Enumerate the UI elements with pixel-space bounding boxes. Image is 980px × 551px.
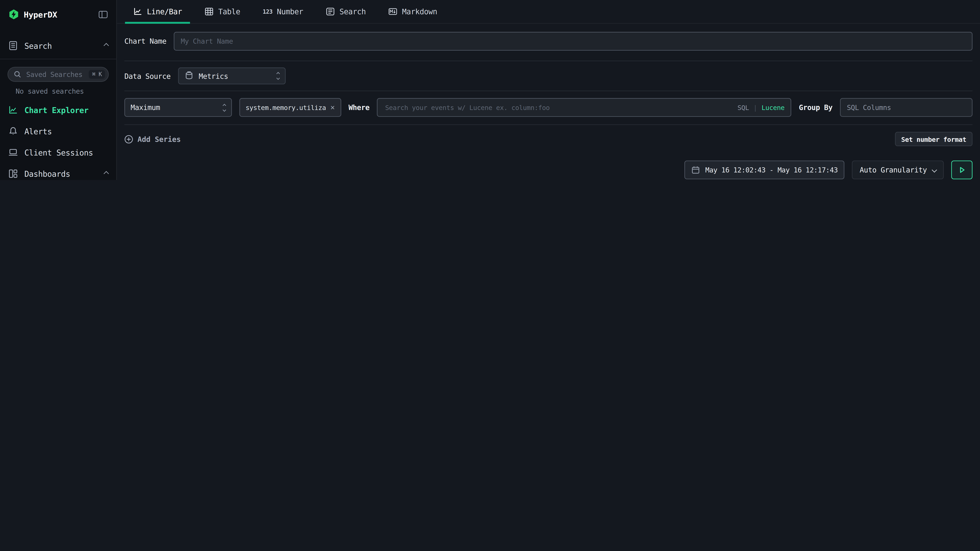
add-series-button[interactable]: Add Series xyxy=(124,135,181,143)
aggregation-value: Maximum xyxy=(130,103,160,112)
list-box-icon xyxy=(326,7,335,16)
date-range-input[interactable]: May 16 12:02:43 - May 16 12:17:43 xyxy=(684,160,845,179)
sidebar-item-label: Chart Explorer xyxy=(24,105,108,115)
aggregation-select[interactable]: Maximum xyxy=(124,98,232,117)
line-chart-icon xyxy=(8,105,18,115)
tab-markdown[interactable]: Markdown xyxy=(380,0,445,23)
number-123-icon: 123 xyxy=(263,8,272,15)
add-series-label: Add Series xyxy=(137,135,181,143)
view-tabbar: Line/Bar Table 123 Number Search Markdow… xyxy=(117,0,980,24)
toggle-separator: | xyxy=(753,104,757,111)
chart-name-input[interactable] xyxy=(174,32,972,51)
data-source-select[interactable]: Metrics xyxy=(178,68,286,84)
tab-number[interactable]: 123 Number xyxy=(255,0,311,23)
divider xyxy=(0,59,116,59)
dashboard-grid-icon xyxy=(8,169,18,179)
tab-label: Number xyxy=(277,7,303,16)
lucene-toggle[interactable]: Lucene xyxy=(762,104,784,111)
sidebar-item-dashboards[interactable]: Dashboards xyxy=(0,163,116,180)
chart-name-label: Chart Name xyxy=(124,37,166,46)
sidebar-item-label: Search xyxy=(24,41,98,51)
group-by-input[interactable] xyxy=(840,98,972,117)
series-row: Maximum system.memory.utiliza × Where SQ… xyxy=(117,91,980,124)
saved-searches-search[interactable]: ⌘ K xyxy=(8,67,109,82)
sidebar-item-label: Dashboards xyxy=(24,169,98,178)
sidebar-item-chart-explorer[interactable]: Chart Explorer xyxy=(0,99,116,121)
play-icon xyxy=(958,165,966,174)
sidebar: HyperDX Search ⌘ K No saved searches Cha… xyxy=(0,0,117,180)
tab-line-bar[interactable]: Line/Bar xyxy=(125,0,190,23)
table-icon xyxy=(205,7,214,16)
tab-label: Markdown xyxy=(402,7,437,16)
run-query-button[interactable] xyxy=(951,160,972,179)
tab-table[interactable]: Table xyxy=(196,0,248,23)
database-icon xyxy=(185,71,194,81)
select-chevrons-icon xyxy=(223,104,226,111)
sidebar-item-client-sessions[interactable]: Client Sessions xyxy=(0,142,116,163)
remove-metric-button[interactable]: × xyxy=(330,103,335,112)
main-content: Line/Bar Table 123 Number Search Markdow… xyxy=(117,0,980,180)
line-chart-icon xyxy=(133,7,143,16)
bell-icon xyxy=(8,126,18,136)
granularity-select[interactable]: Auto Granularity xyxy=(852,160,944,179)
brand-title: HyperDX xyxy=(24,10,94,19)
chart-name-row: Chart Name xyxy=(117,24,980,60)
markdown-icon xyxy=(388,7,398,16)
date-range-value: May 16 12:02:43 - May 16 12:17:43 xyxy=(705,166,838,174)
chart-toolbar: May 16 12:02:43 - May 16 12:17:43 Auto G… xyxy=(117,160,980,179)
tab-search[interactable]: Search xyxy=(318,0,374,23)
metric-tag-label: system.memory.utiliza xyxy=(246,104,326,111)
data-source-value: Metrics xyxy=(199,71,228,80)
tab-label: Search xyxy=(339,7,366,16)
app-window: HyperDX Search ⌘ K No saved searches Cha… xyxy=(0,0,980,180)
shortcut-badge: ⌘ K xyxy=(89,70,105,79)
chevron-up-icon xyxy=(103,43,109,48)
chevron-up-icon xyxy=(103,171,109,176)
where-search-box[interactable]: SQL | Lucene xyxy=(377,98,792,117)
sidebar-item-label: Client Sessions xyxy=(24,148,108,157)
metric-tag[interactable]: system.memory.utiliza × xyxy=(239,98,341,117)
select-chevrons-icon xyxy=(277,73,279,79)
sidebar-collapse-button[interactable] xyxy=(98,10,108,19)
tab-label: Table xyxy=(218,7,240,16)
group-by-label: Group By xyxy=(799,103,833,112)
granularity-value: Auto Granularity xyxy=(859,165,927,174)
calendar-icon xyxy=(692,165,700,174)
where-label: Where xyxy=(348,103,369,112)
laptop-icon xyxy=(8,147,18,157)
sql-toggle[interactable]: SQL xyxy=(737,104,749,111)
panel-toggle-icon xyxy=(98,10,108,19)
search-section-icon xyxy=(8,41,18,51)
actions-row: Add Series Set number format xyxy=(117,125,980,153)
data-source-row: Data Source Metrics xyxy=(117,61,980,91)
no-saved-searches-text: No saved searches xyxy=(0,82,116,99)
tab-label: Line/Bar xyxy=(147,7,182,16)
sidebar-item-search[interactable]: Search xyxy=(0,35,116,56)
saved-searches-input[interactable] xyxy=(25,70,85,79)
chevron-down-icon xyxy=(932,167,937,173)
plus-circle-icon xyxy=(124,135,133,143)
hyperdx-logo-icon xyxy=(8,9,19,20)
set-number-format-button[interactable]: Set number format xyxy=(895,132,972,146)
query-language-toggle: SQL | Lucene xyxy=(737,104,784,111)
search-icon xyxy=(14,71,21,78)
sidebar-item-label: Alerts xyxy=(24,127,108,136)
where-input[interactable] xyxy=(384,103,737,112)
data-source-label: Data Source xyxy=(124,71,170,80)
logo-row: HyperDX xyxy=(0,0,116,26)
sidebar-item-alerts[interactable]: Alerts xyxy=(0,121,116,142)
